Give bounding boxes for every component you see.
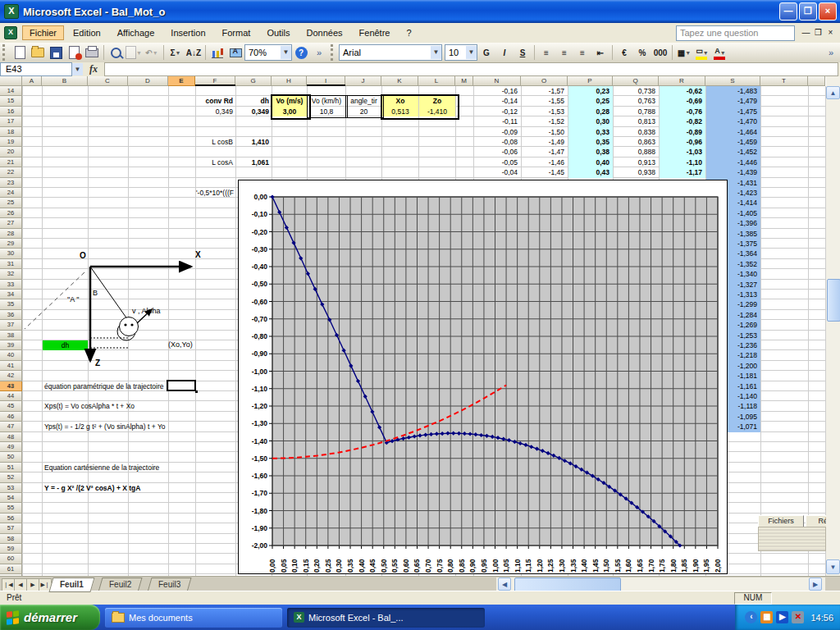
- row-header-59[interactable]: 59: [0, 544, 22, 554]
- row-header-51[interactable]: 51: [0, 463, 22, 472]
- row-header-33[interactable]: 33: [0, 280, 22, 290]
- row-header-48[interactable]: 48: [0, 432, 22, 442]
- cell-N16[interactable]: -0,12: [474, 107, 521, 116]
- cell-N19[interactable]: -0,08: [474, 137, 521, 147]
- cell-G15[interactable]: dh: [236, 96, 272, 106]
- cell-S21[interactable]: -1,446: [706, 158, 760, 167]
- row-header-43[interactable]: 43: [0, 381, 22, 391]
- cell-N20[interactable]: -0,06: [474, 147, 521, 157]
- column-header-J[interactable]: J: [345, 76, 381, 86]
- column-header-P[interactable]: P: [568, 76, 613, 86]
- cell-Q16[interactable]: 0,788: [614, 107, 659, 116]
- cell-R14[interactable]: -0,62: [660, 86, 705, 96]
- cell-O17[interactable]: -1,52: [522, 116, 568, 126]
- sort-ascending-icon[interactable]: A↓Z: [185, 44, 202, 61]
- workbook-minimize-button[interactable]: —: [800, 28, 812, 39]
- workbook-restore-button[interactable]: ❒: [812, 28, 824, 39]
- row-header-57[interactable]: 57: [0, 523, 22, 533]
- row-header-45[interactable]: 45: [0, 401, 22, 411]
- chart-wizard-icon[interactable]: [209, 44, 226, 61]
- row-header-23[interactable]: 23: [0, 178, 22, 188]
- row-header-37[interactable]: 37: [0, 320, 22, 330]
- row-header-44[interactable]: 44: [0, 391, 22, 401]
- fill-handle[interactable]: [195, 390, 198, 393]
- cell-Q18[interactable]: 0,838: [614, 127, 659, 137]
- cell-Q21[interactable]: 0,913: [614, 158, 659, 167]
- cell-F24[interactable]: '-0,5*10*(((F: [196, 188, 235, 198]
- worksheet-grid[interactable]: ABCDEFGHIJKLMNOPQRST14151617181920212223…: [0, 76, 826, 576]
- cell-O16[interactable]: -1,53: [522, 107, 568, 116]
- workbook-close-button[interactable]: ×: [824, 28, 837, 39]
- cell-N22[interactable]: -0,04: [474, 167, 521, 177]
- row-header-18[interactable]: 18: [0, 127, 22, 137]
- row-header-34[interactable]: 34: [0, 290, 22, 299]
- cell-N15[interactable]: -0,14: [474, 96, 521, 106]
- cell-O20[interactable]: -1,47: [522, 147, 568, 157]
- chart-object[interactable]: 0,000,050,100,150,200,250,300,350,400,45…: [238, 180, 728, 574]
- chevron-down-icon[interactable]: ▼: [176, 50, 181, 56]
- cell-N14[interactable]: -0,16: [474, 86, 521, 96]
- cell-J15[interactable]: angle_tir: [346, 96, 381, 106]
- cell-S22[interactable]: -1,439: [706, 167, 760, 177]
- row-header-31[interactable]: 31: [0, 259, 22, 269]
- open-icon[interactable]: [30, 44, 46, 61]
- cell-P18[interactable]: 0,33: [568, 127, 613, 137]
- row-header-26[interactable]: 26: [0, 208, 22, 218]
- cell-Q17[interactable]: 0,813: [614, 116, 659, 126]
- trajectory-diagram[interactable]: O X Z B "A " v , Alpha (Xo,Yo): [22, 244, 213, 376]
- hide-icons-icon[interactable]: ‹: [745, 611, 757, 623]
- cell-P19[interactable]: 0,35: [568, 137, 613, 147]
- new-document-icon[interactable]: [11, 44, 28, 61]
- row-header-55[interactable]: 55: [0, 503, 22, 513]
- print-icon[interactable]: [84, 44, 100, 61]
- cell-F21[interactable]: L cosA: [196, 158, 235, 167]
- fichiers-button[interactable]: Fichiers: [758, 515, 804, 527]
- cell-N18[interactable]: -0,09: [474, 127, 521, 137]
- chevron-down-icon[interactable]: ▼: [703, 50, 709, 56]
- row-header-54[interactable]: 54: [0, 493, 22, 503]
- cell-S17[interactable]: -1,470: [706, 116, 760, 126]
- vertical-scrollbar[interactable]: ▲ ▼: [826, 76, 840, 576]
- toolbar-drag-handle[interactable]: [2, 44, 8, 61]
- cell-J16[interactable]: 20: [346, 107, 381, 116]
- cell-O19[interactable]: -1,49: [522, 137, 568, 147]
- cell-P21[interactable]: 0,40: [568, 158, 613, 167]
- align-center-button[interactable]: ≡: [556, 44, 573, 61]
- row-header-47[interactable]: 47: [0, 422, 22, 431]
- row-header-32[interactable]: 32: [0, 269, 22, 279]
- toolbar-options-icon[interactable]: »: [823, 44, 839, 61]
- chevron-down-icon[interactable]: ▼: [720, 50, 726, 56]
- toolbar-options-icon[interactable]: »: [311, 44, 327, 61]
- paste-icon[interactable]: ▼: [126, 44, 142, 61]
- cell-H15[interactable]: Vo (m/s): [272, 96, 307, 106]
- row-header-17[interactable]: 17: [0, 116, 22, 126]
- cell-O18[interactable]: -1,50: [522, 127, 568, 137]
- select-all-corner[interactable]: [0, 76, 22, 86]
- cell-P14[interactable]: 0,23: [568, 86, 613, 96]
- name-box-dropdown-icon[interactable]: ▼: [72, 63, 83, 75]
- cell-I15[interactable]: Vo (km/h): [308, 96, 345, 106]
- font-size-combo[interactable]: 10▼: [445, 44, 477, 61]
- cell-P16[interactable]: 0,28: [568, 107, 613, 116]
- cell-P20[interactable]: 0,38: [568, 147, 613, 157]
- cell-G19[interactable]: 1,410: [236, 137, 272, 147]
- column-header-G[interactable]: G: [235, 76, 272, 86]
- menu-item-fentre[interactable]: Fenêtre: [352, 25, 398, 40]
- network-offline-icon[interactable]: ✕: [792, 611, 804, 623]
- chevron-down-icon[interactable]: ▼: [466, 46, 477, 59]
- cell-R17[interactable]: -0,82: [660, 116, 705, 126]
- column-header-B[interactable]: B: [42, 76, 88, 86]
- align-left-button[interactable]: ≡: [538, 44, 555, 61]
- row-header-52[interactable]: 52: [0, 472, 22, 482]
- close-button[interactable]: ×: [819, 2, 837, 21]
- row-header-19[interactable]: 19: [0, 137, 22, 147]
- row-header-58[interactable]: 58: [0, 534, 22, 544]
- first-sheet-icon[interactable]: ❘◀: [2, 578, 15, 591]
- column-header-N[interactable]: N: [473, 76, 521, 86]
- cell-R18[interactable]: -0,89: [660, 127, 705, 137]
- borders-button[interactable]: ▦▼: [676, 44, 692, 61]
- row-header-22[interactable]: 22: [0, 167, 22, 177]
- name-box[interactable]: E43: [0, 62, 72, 76]
- autosum-icon[interactable]: Σ▼: [167, 44, 184, 61]
- column-header-M[interactable]: M: [455, 76, 473, 86]
